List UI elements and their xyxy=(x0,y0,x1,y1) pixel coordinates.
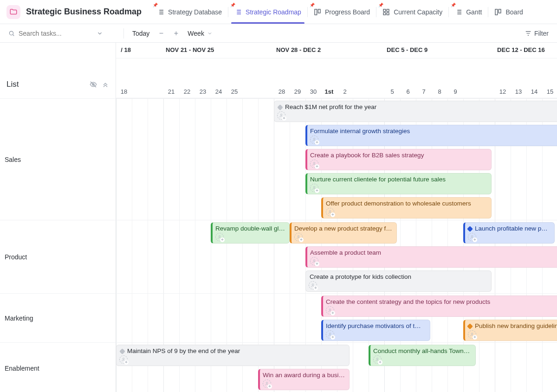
list-icon xyxy=(157,8,164,16)
group-label: Marketing xyxy=(0,293,116,342)
day-label: 7 xyxy=(416,88,432,95)
task-bar[interactable]: Win an award during a busi… xyxy=(258,369,350,390)
task-label: Reach $1M net profit for the year xyxy=(285,103,376,110)
svg-rect-2 xyxy=(383,9,386,12)
chevron-down-icon[interactable] xyxy=(97,30,103,37)
week-label: NOV 28 - DEC 2 xyxy=(276,46,321,53)
task-bar[interactable]: Revamp double-wall gl… xyxy=(211,222,290,244)
group-label: Sales xyxy=(0,98,116,220)
day-label: 8 xyxy=(432,88,447,95)
pin-icon: 📌 xyxy=(310,3,315,7)
svg-rect-1 xyxy=(318,9,320,13)
toolbar: Today − + Week Filter xyxy=(0,24,557,43)
task-label: Formulate internal growth strategies xyxy=(310,128,410,135)
list-icon xyxy=(234,8,242,16)
assignee-add-icon[interactable] xyxy=(263,379,271,388)
timeline-grid[interactable]: Reach $1M net profit for the yearFormula… xyxy=(116,98,557,392)
tab-strategy-db[interactable]: 📌Strategy Database xyxy=(151,0,228,24)
plus-button[interactable]: + xyxy=(173,29,179,38)
minus-button[interactable]: − xyxy=(158,29,164,38)
svg-point-21 xyxy=(329,333,330,334)
assignee-add-icon[interactable] xyxy=(468,330,476,339)
task-bar[interactable]: Develop a new product strategy f… xyxy=(290,222,397,244)
task-bar[interactable]: Create a playbook for B2B sales strategy xyxy=(305,149,492,170)
timeline[interactable]: / 18NOV 21 - NOV 25NOV 28 - DEC 2DEC 5 -… xyxy=(116,43,557,392)
status-dot-icon xyxy=(277,104,283,110)
assignee-add-icon[interactable] xyxy=(326,208,334,216)
task-bar[interactable]: Launch profitable new p… xyxy=(463,222,555,244)
assignee-add-icon[interactable] xyxy=(277,111,285,120)
task-label: Publish new branding guidelines f… xyxy=(475,322,557,329)
collapse-icon[interactable] xyxy=(102,81,109,88)
assignee-add-icon[interactable] xyxy=(468,233,476,241)
list-icon xyxy=(455,8,462,16)
status-dot-icon xyxy=(119,348,125,354)
tab-label: Board xyxy=(505,8,523,16)
task-label: Win an award during a busi… xyxy=(263,372,345,379)
day-label: 18 xyxy=(116,88,132,95)
svg-point-13 xyxy=(313,186,315,188)
task-bar[interactable]: Conduct monthly all-hands Town… xyxy=(369,345,476,366)
svg-point-12 xyxy=(313,162,315,164)
task-label: Create a playbook for B2B sales strategy xyxy=(310,152,424,159)
svg-rect-6 xyxy=(495,9,498,15)
svg-rect-0 xyxy=(315,9,317,15)
eye-off-icon[interactable] xyxy=(90,81,97,88)
search-icon xyxy=(8,30,15,37)
task-bar[interactable]: Identify purchase motivators of t… xyxy=(321,320,430,341)
assignee-add-icon[interactable] xyxy=(215,233,224,241)
chevron-down-icon xyxy=(207,31,213,36)
list-title: List xyxy=(6,80,19,89)
task-label: Develop a new product strategy f… xyxy=(294,225,392,232)
pin-icon: 📌 xyxy=(230,3,235,7)
task-label: Nurture current clientele for potential … xyxy=(310,176,446,183)
day-label: 1st xyxy=(321,88,337,95)
filter-icon xyxy=(525,30,531,37)
day-label: 25 xyxy=(227,88,242,95)
view-tabs: 📌Strategy Database📌Strategic Roadmap📌Pro… xyxy=(151,0,552,24)
svg-point-8 xyxy=(9,31,13,35)
assignee-add-icon[interactable] xyxy=(326,306,334,315)
filter-button[interactable]: Filter xyxy=(525,30,549,37)
assignee-add-icon[interactable] xyxy=(310,184,318,192)
task-bar[interactable]: Nurture current clientele for potential … xyxy=(305,173,492,194)
group-label: Product xyxy=(0,220,116,293)
tab-capacity[interactable]: 📌Current Capacity xyxy=(376,0,448,24)
task-bar[interactable]: Assemble a product team xyxy=(305,246,557,268)
assignee-add-icon[interactable] xyxy=(119,355,128,364)
search-input[interactable] xyxy=(19,30,93,37)
tab-roadmap[interactable]: 📌Strategic Roadmap xyxy=(228,0,307,24)
task-bar[interactable]: Maintain NPS of 9 by the end of the year xyxy=(116,345,350,366)
task-bar[interactable]: Create a prototype for kids collection xyxy=(305,270,492,292)
search-input-wrap[interactable] xyxy=(8,30,115,37)
assignee-add-icon[interactable] xyxy=(310,160,318,168)
task-bar[interactable]: Publish new branding guidelines f… xyxy=(463,320,557,341)
today-button[interactable]: Today xyxy=(132,30,149,37)
board-icon xyxy=(494,8,502,16)
separator xyxy=(123,28,124,39)
tab-label: Progress Board xyxy=(325,8,370,16)
assignee-add-icon[interactable] xyxy=(309,281,317,289)
svg-point-16 xyxy=(298,236,299,237)
zoom-select[interactable]: Week xyxy=(188,30,213,37)
week-label: / 18 xyxy=(121,46,131,53)
day-label: 2 xyxy=(337,88,353,95)
tab-label: Gantt xyxy=(466,8,482,16)
tab-gantt[interactable]: 📌Gantt xyxy=(449,0,488,24)
tab-label: Strategy Database xyxy=(168,8,222,16)
assignee-add-icon[interactable] xyxy=(310,257,318,265)
task-bar[interactable]: Formulate internal growth strategies xyxy=(305,125,557,146)
list-header: List xyxy=(0,71,116,98)
assignee-add-icon[interactable] xyxy=(326,330,334,339)
task-bar[interactable]: Offer product demonstration to wholesale… xyxy=(321,197,492,218)
page-title: Strategic Business Roadmap xyxy=(26,7,142,17)
assignee-add-icon[interactable] xyxy=(373,355,382,364)
svg-point-15 xyxy=(219,236,220,237)
tab-board[interactable]: Board xyxy=(488,0,529,24)
tab-progress[interactable]: 📌Progress Board xyxy=(308,0,376,24)
task-bar[interactable]: Create the content strategy and the topi… xyxy=(321,296,557,317)
assignee-add-icon[interactable] xyxy=(294,233,303,241)
svg-rect-4 xyxy=(383,13,386,15)
assignee-add-icon[interactable] xyxy=(310,135,318,144)
task-bar[interactable]: Reach $1M net profit for the year xyxy=(274,101,557,122)
